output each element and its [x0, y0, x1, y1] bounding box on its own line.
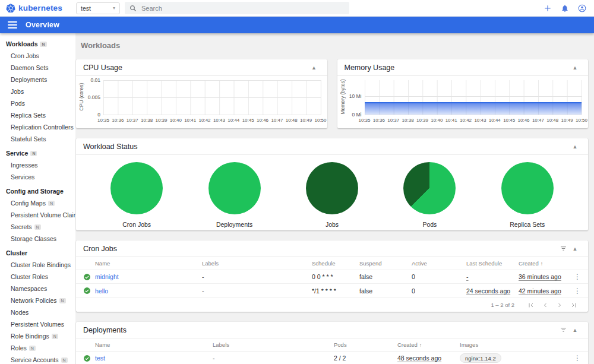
sidebar-item-label: Services [11, 173, 34, 181]
create-resource-button[interactable] [543, 4, 552, 13]
x-tick-label: 10:44 [489, 118, 501, 123]
filter-button[interactable] [557, 324, 569, 336]
cron-jobs-card: Cron Jobs ▲ NameLabelsScheduleSuspendAct… [76, 240, 588, 312]
x-tick-label: 10:43 [213, 118, 225, 123]
kebab-menu-button[interactable]: ⋮ [574, 273, 581, 280]
collapse-button[interactable]: ▲ [308, 62, 320, 74]
column-header-created[interactable]: Created↑ [397, 341, 460, 348]
column-header-created[interactable]: Created↑ [519, 260, 570, 267]
search-bar [125, 2, 349, 14]
sidebar-item-deployments[interactable]: Deployments [0, 74, 75, 86]
sidebar-item-namespaces[interactable]: Namespaces [0, 283, 75, 295]
sidebar-section-label: Service [6, 150, 28, 157]
sidebar-section-config-and-storage: Config and Storage [0, 183, 75, 197]
y-tick-label: 0 Mi [352, 112, 361, 118]
column-header-images[interactable]: Images [460, 341, 570, 348]
card-title: Deployments [83, 326, 127, 334]
search-input[interactable] [141, 5, 345, 12]
sidebar-item-daemon-sets[interactable]: Daemon Sets [0, 62, 75, 74]
sidebar-item-cron-jobs[interactable]: Cron Jobs [0, 50, 75, 62]
workload-pie-jobs: Jobs [285, 162, 380, 228]
column-header-schedule[interactable]: Schedule [312, 260, 359, 267]
column-header-name[interactable]: Name [95, 341, 213, 348]
first-page-button[interactable] [525, 299, 537, 311]
resource-link[interactable]: hello [95, 287, 108, 295]
created-value: 48 seconds ago [397, 354, 441, 362]
last-page-button[interactable] [568, 299, 580, 311]
sidebar-item-cluster-role-bindings[interactable]: Cluster Role Bindings [0, 259, 75, 271]
table-header-row: NameLabelsPodsCreated↑Images [76, 338, 588, 352]
next-page-button[interactable] [554, 299, 565, 311]
workload-status-card: Workload Status ▲ Cron JobsDeploymentsJo… [76, 138, 588, 230]
column-header-labels[interactable]: Labels [213, 341, 334, 348]
sidebar-item-cluster-roles[interactable]: Cluster Roles [0, 271, 75, 283]
labels-cell: - [202, 273, 312, 280]
sidebar-item-ingresses[interactable]: Ingresses [0, 159, 75, 171]
namespaced-badge: N [52, 334, 58, 339]
sidebar-section-label: Cluster [6, 249, 27, 257]
sidebar-item-persistent-volume-claims[interactable]: Persistent Volume ClaimsN [0, 209, 75, 221]
sidebar-item-config-maps[interactable]: Config MapsN [0, 197, 75, 209]
filter-button[interactable] [557, 243, 569, 255]
toolbar-title: Overview [26, 21, 59, 29]
column-header-pods[interactable]: Pods [334, 341, 397, 348]
column-header-name[interactable]: Name [95, 260, 202, 267]
sidebar-item-jobs[interactable]: Jobs [0, 86, 75, 97]
sidebar-item-nodes[interactable]: Nodes [0, 306, 75, 318]
table-header-row: NameLabelsScheduleSuspendActiveLast Sche… [76, 257, 588, 270]
collapse-button[interactable]: ▲ [569, 62, 581, 74]
pie-chart [306, 162, 358, 214]
deployments-card: Deployments ▲ NameLabelsPodsCreated↑Imag… [76, 322, 588, 364]
sidebar-item-label: Role Bindings [11, 333, 49, 340]
sidebar-item-replica-sets[interactable]: Replica Sets [0, 109, 75, 121]
sidebar-item-services[interactable]: Services [0, 171, 75, 183]
status-ok-icon [83, 354, 91, 362]
collapse-button[interactable]: ▲ [569, 324, 581, 336]
collapse-button[interactable]: ▲ [569, 243, 581, 255]
cpu-chart: CPU (cores) 00.0050.0110:3510:3610:3710:… [76, 76, 327, 128]
x-tick-label: 10:47 [532, 118, 544, 123]
x-tick-label: 10:36 [373, 118, 385, 123]
account-button[interactable] [577, 4, 587, 13]
workload-pie-replica-sets: Replica Sets [480, 162, 575, 228]
status-cell [83, 273, 95, 281]
created-value: 36 minutes ago [519, 273, 561, 280]
sidebar-item-network-policies[interactable]: Network PoliciesN [0, 295, 75, 306]
sidebar-item-label: Replica Sets [11, 112, 46, 119]
x-tick-label: 10:50 [576, 118, 587, 123]
name-cell: midnight [95, 273, 202, 280]
kubernetes-logo[interactable]: kubernetes [6, 4, 71, 13]
y-gridline [103, 97, 321, 98]
sidebar-item-replication-controllers[interactable]: Replication Controllers [0, 121, 75, 133]
resource-link[interactable]: midnight [95, 273, 119, 280]
collapse-button[interactable]: ▲ [569, 141, 581, 153]
resource-link[interactable]: test [95, 354, 105, 362]
sidebar-item-storage-classes[interactable]: Storage Classes [0, 233, 75, 245]
x-tick-label: 10:42 [199, 118, 211, 123]
sidebar-item-persistent-volumes[interactable]: Persistent Volumes [0, 318, 75, 330]
notifications-button[interactable] [560, 4, 570, 13]
sidebar-item-secrets[interactable]: SecretsN [0, 221, 75, 233]
sidebar-item-pods[interactable]: Pods [0, 97, 75, 109]
namespace-selector[interactable]: test ▾ [76, 2, 120, 14]
kebab-menu-button[interactable]: ⋮ [574, 287, 581, 295]
sidebar-section-cluster: Cluster [0, 245, 75, 259]
x-tick-label: 10:38 [141, 118, 153, 123]
sidebar-item-roles[interactable]: RolesN [0, 342, 75, 354]
sidebar-item-service-accounts[interactable]: Service AccountsN [0, 354, 75, 364]
previous-page-button[interactable] [539, 299, 551, 311]
namespaced-badge: N [48, 201, 55, 206]
namespaced-badge: N [30, 151, 37, 156]
column-header-last-schedule[interactable]: Last Schedule [466, 260, 519, 267]
sidebar-item-role-bindings[interactable]: Role BindingsN [0, 330, 75, 342]
sidebar-item-stateful-sets[interactable]: Stateful Sets [0, 133, 75, 145]
kebab-menu-button[interactable]: ⋮ [574, 354, 581, 362]
sidebar-item-label: Nodes [11, 309, 29, 316]
column-header-suspend[interactable]: Suspend [359, 260, 412, 267]
menu-button[interactable] [8, 21, 17, 29]
column-header-active[interactable]: Active [412, 260, 466, 267]
pie-label: Deployments [216, 221, 252, 228]
column-header-labels[interactable]: Labels [202, 260, 312, 267]
y-tick-label: 10 Mi [349, 93, 362, 99]
card-header: Workload Status ▲ [76, 138, 588, 155]
